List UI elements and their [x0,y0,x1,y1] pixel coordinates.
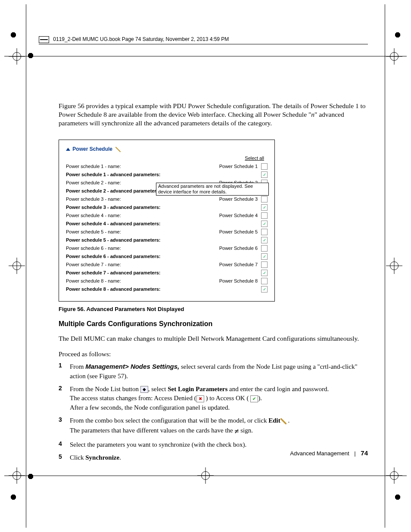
row-value: Power Schedule 6 [219,246,258,251]
power-schedule-row: Power schedule 4 - advanced parameters:✓ [66,220,268,228]
row-checkbox[interactable] [261,212,268,219]
access-ok-icon: ✔ [250,395,258,402]
figure-power-schedule: Power Schedule Select all Power schedule… [59,140,275,302]
row-checkbox[interactable]: ✓ [261,286,268,292]
section-p2: Proceed as follows: [59,350,368,358]
page-footer: Advanced Management | 74 [290,449,368,457]
power-schedule-row: Power schedule 7 - name:Power Schedule 7 [66,261,268,269]
row-label: Power schedule 4 - name: [66,213,219,218]
row-checkbox[interactable]: ✓ [261,221,268,227]
node-list-button-icon: ◆ [140,386,148,393]
row-checkbox[interactable] [261,196,268,202]
figure-caption: Figure 56. Advanced Parameters Not Displ… [59,306,368,312]
step-number: 1 [59,362,70,381]
row-label: Power schedule 5 - advanced parameters: [66,237,258,243]
row-label: Power schedule 8 - name: [66,278,219,283]
row-checkbox[interactable] [261,245,268,252]
row-checkbox[interactable] [261,163,268,170]
row-label: Power schedule 7 - advanced parameters: [66,270,258,275]
row-label: Power schedule 3 - advanced parameters: [66,205,258,210]
power-schedule-row: Power schedule 1 - name:Power Schedule 1 [66,162,268,171]
row-checkbox[interactable]: ✓ [261,237,268,243]
row-checkbox[interactable] [261,229,268,235]
row-checkbox[interactable]: ✓ [261,253,268,260]
footer-separator: | [354,450,355,457]
row-checkbox[interactable]: ✓ [261,204,268,211]
section-p1: The Dell MUMC can make changes to multip… [59,334,368,343]
power-schedule-row: Power schedule 5 - name:Power Schedule 5 [66,228,268,236]
section-heading: Multiple Cards Configurations Synchroniz… [59,320,368,328]
row-label: Power schedule 6 - name: [66,246,219,251]
panel-title: Power Schedule [72,146,112,152]
step-3: From the combo box select the configurat… [70,416,368,437]
step-number: 2 [59,385,70,413]
row-checkbox[interactable]: ✓ [261,171,268,178]
row-label: Power schedule 7 - name: [66,262,219,267]
step-number: 5 [59,453,70,463]
step-number: 4 [59,440,70,450]
power-schedule-row: Power schedule 6 - advanced parameters:✓ [66,252,268,261]
power-schedule-row: Power schedule 3 - advanced parameters:✓ [66,203,268,212]
select-all-row: Select all [66,156,268,161]
header-text: 0119_2-Dell MUMC UG.book Page 74 Saturda… [53,36,229,42]
panel-header: Power Schedule [66,146,268,152]
row-value: Power Schedule 1 [219,164,258,169]
select-all-link[interactable]: Select all [245,156,264,161]
row-label: Power schedule 5 - name: [66,229,219,234]
power-schedule-row: Power schedule 8 - name:Power Schedule 8 [66,277,268,285]
row-label: Power schedule 1 - name: [66,164,219,169]
intro-paragraph: Figure 56 provides a typical example wit… [59,102,368,128]
footer-section: Advanced Management [290,450,349,457]
tooltip: Advanced parameters are not displayed. S… [156,183,269,196]
row-label: Power schedule 8 - advanced parameters: [66,286,258,292]
row-label: Power schedule 6 - advanced parameters: [66,254,258,259]
step-2: From the Node List button ◆, select Set … [70,385,368,413]
row-label: Power schedule 1 - advanced parameters: [66,172,258,177]
row-checkbox[interactable] [261,278,268,284]
book-icon [39,36,49,43]
row-value: Power Schedule 7 [219,262,258,267]
power-schedule-row: Power schedule 3 - name:Power Schedule 3 [66,195,268,203]
row-value: Power Schedule 8 [219,278,258,283]
procedure-list: 1 From Management> Nodes Settings, selec… [59,362,368,462]
row-checkbox[interactable]: ✓ [261,270,268,276]
row-value: Power Schedule 4 [219,213,258,218]
step-number: 3 [59,416,70,437]
row-value: Power Schedule 5 [219,229,258,234]
power-schedule-row: Power schedule 1 - advanced parameters:✓ [66,171,268,179]
page-number: 74 [361,449,368,457]
page-content: Figure 56 provides a typical example wit… [59,95,368,466]
pencil-icon [115,147,121,152]
row-value: Power Schedule 3 [219,196,258,202]
step-4: Select the parameters you want to synchr… [70,440,368,450]
not-equal-icon: ≠ [234,426,239,437]
running-header: 0119_2-Dell MUMC UG.book Page 74 Saturda… [39,36,368,44]
power-schedule-row: Power schedule 6 - name:Power Schedule 6 [66,244,268,252]
row-label: Power schedule 4 - advanced parameters: [66,221,258,226]
row-label: Power schedule 3 - name: [66,196,219,202]
power-schedule-row: Power schedule 8 - advanced parameters:✓ [66,285,268,293]
power-schedule-row: Power schedule 7 - advanced parameters:✓ [66,269,268,277]
step-1: From Management> Nodes Settings, select … [70,362,368,381]
collapse-arrow-icon [66,148,70,151]
power-schedule-row: Power schedule 4 - name:Power Schedule 4 [66,212,268,220]
row-checkbox[interactable] [261,261,268,268]
edit-pencil-icon [280,418,286,424]
intro-text-italic: n [311,111,314,118]
access-denied-icon: ✖ [196,395,204,402]
power-schedule-row: Power schedule 5 - advanced parameters:✓ [66,236,268,244]
